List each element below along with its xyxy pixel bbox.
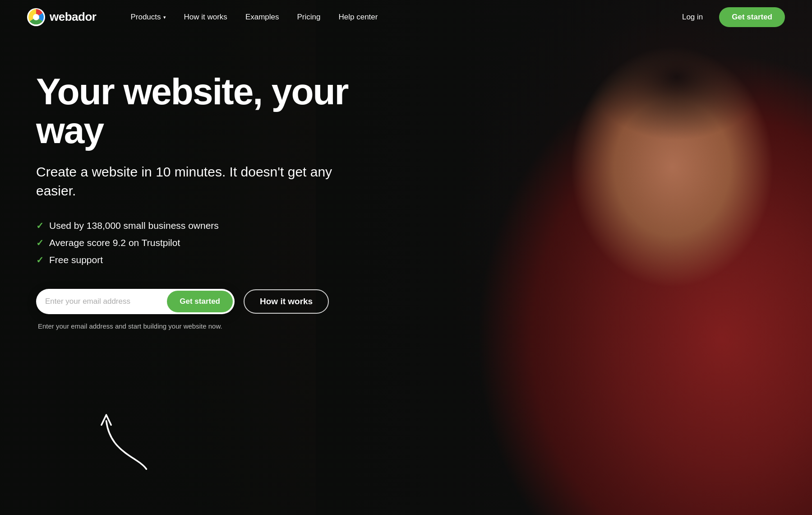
svg-point-1 bbox=[33, 14, 39, 20]
hero-content: Your website, your way Create a website … bbox=[36, 72, 388, 330]
hero-title: Your website, your way bbox=[36, 72, 388, 150]
check-icon-1: ✓ bbox=[36, 220, 44, 231]
checklist-item-2: ✓ Average score 9.2 on Trustpilot bbox=[36, 237, 388, 248]
check-icon-3: ✓ bbox=[36, 255, 44, 265]
how-it-works-button[interactable]: How it works bbox=[244, 289, 329, 314]
logo-text: webador bbox=[50, 10, 96, 24]
nav-help-center[interactable]: Help center bbox=[331, 9, 385, 25]
check-icon-2: ✓ bbox=[36, 237, 44, 248]
email-input[interactable] bbox=[45, 292, 167, 311]
logo-link[interactable]: webador bbox=[27, 8, 96, 26]
logo-icon bbox=[27, 8, 45, 26]
cta-row: Get started How it works bbox=[36, 289, 388, 314]
nav-examples[interactable]: Examples bbox=[238, 9, 286, 25]
nav-auth: Log in Get started bbox=[675, 7, 785, 27]
email-form: Get started bbox=[36, 289, 235, 314]
get-started-hero-button[interactable]: Get started bbox=[167, 291, 233, 312]
checklist-item-1: ✓ Used by 138,000 small business owners bbox=[36, 220, 388, 231]
navbar: webador Products ▾ How it works Examples… bbox=[0, 0, 812, 34]
cta-hint-text: Enter your email address and start build… bbox=[38, 322, 388, 330]
hero-section: webador Products ▾ How it works Examples… bbox=[0, 0, 812, 515]
login-button[interactable]: Log in bbox=[675, 9, 710, 25]
products-chevron-icon: ▾ bbox=[163, 14, 166, 20]
nav-how-it-works[interactable]: How it works bbox=[177, 9, 235, 25]
get-started-nav-button[interactable]: Get started bbox=[719, 7, 785, 27]
nav-products[interactable]: Products ▾ bbox=[123, 9, 173, 25]
nav-pricing[interactable]: Pricing bbox=[290, 9, 328, 25]
arrow-icon bbox=[90, 405, 162, 477]
checklist-item-3: ✓ Free support bbox=[36, 255, 388, 265]
hero-subtitle: Create a website in 10 minutes. It doesn… bbox=[36, 162, 343, 200]
nav-links: Products ▾ How it works Examples Pricing… bbox=[123, 9, 675, 25]
hero-checklist: ✓ Used by 138,000 small business owners … bbox=[36, 220, 388, 265]
arrow-hint bbox=[90, 405, 162, 479]
